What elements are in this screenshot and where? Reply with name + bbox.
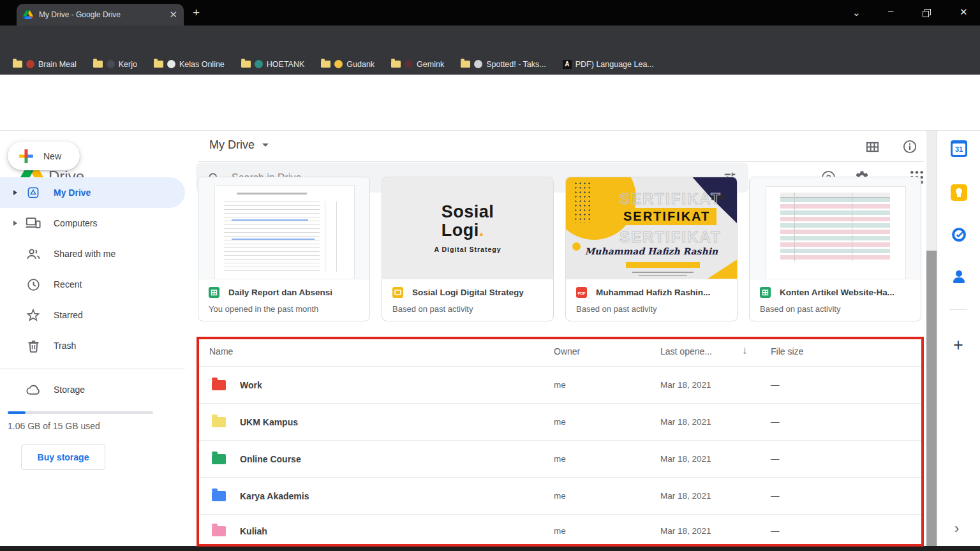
certificate-heading: SERTIFIKAT — [617, 208, 716, 225]
grid-view-toggle-icon[interactable] — [865, 140, 880, 157]
column-header-file-size[interactable]: File size — [771, 346, 803, 356]
recent-clock-icon — [26, 278, 41, 291]
sidebar-item-starred[interactable]: Starred — [0, 300, 185, 330]
page-title-label: My Drive — [209, 138, 255, 152]
card-subtitle: Based on past activity — [392, 304, 473, 314]
card-subtitle: Based on past activity — [760, 304, 840, 314]
sidebar-item-shared-with-me[interactable]: Shared with me — [0, 239, 185, 269]
sidebar-item-trash[interactable]: Trash — [0, 330, 185, 361]
shared-with-me-icon — [26, 248, 41, 260]
google-sheets-icon — [760, 287, 771, 300]
bookmark-label: Brain Meal — [38, 60, 77, 69]
column-header-owner[interactable]: Owner — [554, 346, 580, 356]
sidebar-item-recent[interactable]: Recent — [0, 269, 185, 300]
sidebar-item-label: Starred — [54, 310, 83, 320]
bookmark-label: Gemink — [417, 60, 444, 69]
bookmark-item[interactable]: HOETANK — [241, 60, 305, 69]
sidebar-item-storage[interactable]: Storage — [0, 374, 185, 405]
suggested-file-card[interactable]: Sosial Logi. A Digital Strategy Sosial L… — [382, 177, 554, 321]
sidebar-item-label: My Drive — [54, 187, 91, 198]
window-minimize-button[interactable]: – — [888, 6, 893, 15]
file-owner: me — [554, 491, 566, 501]
info-details-icon[interactable] — [902, 139, 917, 157]
bookmark-folder-icon — [241, 61, 251, 68]
bookmark-folder-icon — [93, 61, 103, 68]
window-restore-button[interactable] — [923, 8, 931, 20]
fish-emoji-icon — [255, 60, 263, 68]
google-tasks-icon[interactable] — [951, 226, 967, 243]
meat-emoji-icon — [26, 60, 34, 68]
card-title: Muhammad Hafizh Rashin... — [596, 288, 710, 297]
column-header-name[interactable]: Name — [209, 346, 233, 356]
file-name: UKM Kampus — [240, 417, 298, 427]
expressionless-face-emoji-icon — [334, 60, 343, 68]
browser-titlebar: My Drive - Google Drive ✕ + ⌄ – ✕ — [0, 0, 980, 26]
bookmark-label: Kerjo — [119, 60, 137, 69]
table-row[interactable]: Karya Akademis me Mar 18, 2021 — — [199, 478, 921, 514]
bookmark-item[interactable]: Spotted! - Taks... — [461, 60, 546, 69]
sidebar-item-my-drive[interactable]: My Drive — [0, 177, 185, 208]
bookmark-folder-icon — [321, 61, 330, 68]
shirt-emoji-icon — [167, 60, 175, 68]
expand-chevron-icon[interactable] — [9, 221, 22, 226]
google-keep-icon[interactable] — [951, 184, 967, 201]
browser-tab[interactable]: My Drive - Google Drive ✕ — [17, 4, 184, 26]
file-owner: me — [554, 380, 566, 390]
file-size: — — [771, 417, 780, 427]
table-row[interactable]: Online Course me Mar 18, 2021 — — [199, 441, 921, 477]
pdf-site-favicon: A — [563, 60, 572, 69]
table-row[interactable]: Work me Mar 18, 2021 — — [199, 367, 921, 403]
tab-close-icon[interactable]: ✕ — [169, 9, 177, 20]
card-subtitle: You opened in the past month — [209, 304, 318, 314]
get-addons-plus-icon[interactable]: + — [953, 335, 963, 355]
bookmark-item[interactable]: Kerjo — [93, 60, 137, 69]
suggested-file-card[interactable]: KMS SERTIFIKAT SERTIFIKAT SERTIFIKAT Muh… — [565, 177, 738, 321]
table-row[interactable]: UKM Kampus me Mar 18, 2021 — — [199, 404, 921, 440]
suggested-file-card[interactable]: Daily Report dan Absensi You opened in t… — [198, 177, 370, 321]
file-size: — — [771, 380, 780, 390]
page-title-my-drive[interactable]: My Drive — [209, 138, 269, 152]
bookmark-item[interactable]: APDF) Language Lea... — [563, 60, 654, 69]
scrollbar-thumb[interactable] — [926, 251, 937, 546]
bookmark-item[interactable]: Kelas Online — [154, 60, 225, 69]
rail-divider — [949, 309, 967, 310]
new-tab-button[interactable]: + — [193, 8, 200, 18]
file-size: — — [771, 526, 780, 536]
folder-icon — [212, 526, 226, 536]
file-thumbnail — [750, 177, 921, 279]
file-name: Online Course — [240, 454, 301, 464]
file-last-opened: Mar 18, 2021 — [660, 454, 711, 464]
bookmark-label: Kelas Online — [179, 60, 225, 69]
google-contacts-icon[interactable] — [951, 268, 967, 285]
bookmark-item[interactable]: Gemink — [391, 60, 444, 69]
robot-emoji-icon — [474, 60, 482, 68]
chevron-down-icon[interactable] — [262, 143, 269, 150]
sidebar-item-label: Shared with me — [54, 249, 115, 259]
table-row[interactable]: Kuliah me Mar 18, 2021 — — [199, 515, 921, 546]
expand-chevron-icon[interactable] — [9, 190, 22, 195]
file-name: Work — [240, 380, 262, 390]
file-name: Kuliah — [240, 526, 267, 536]
google-calendar-icon[interactable] — [951, 140, 967, 157]
sidebar-item-label: Computers — [54, 218, 97, 228]
bookmark-item[interactable]: Brain Meal — [13, 60, 77, 69]
sidebar-item-computers[interactable]: Computers — [0, 208, 185, 239]
computers-icon — [26, 217, 41, 230]
file-last-opened: Mar 18, 2021 — [660, 380, 711, 390]
sort-descending-arrow-icon[interactable]: ↓ — [742, 344, 748, 357]
sidebar-item-label: Trash — [54, 341, 76, 351]
column-header-last-opened[interactable]: Last opene... — [660, 346, 712, 356]
new-button-label: New — [43, 151, 61, 161]
hide-side-panel-chevron-icon[interactable]: › — [954, 520, 959, 537]
bookmark-folder-icon — [461, 61, 470, 68]
sidebar-divider — [0, 369, 185, 369]
suggested-file-card[interactable]: Konten Artikel Website-Ha... Based on pa… — [749, 177, 921, 321]
card-title: Konten Artikel Website-Ha... — [780, 288, 895, 297]
bookmark-item[interactable]: Gudank — [321, 60, 375, 69]
window-menu-chevron-icon[interactable]: ⌄ — [852, 8, 861, 17]
buy-storage-button[interactable]: Buy storage — [21, 444, 105, 470]
svg-text:PDF: PDF — [578, 291, 586, 295]
trash-icon — [26, 339, 41, 353]
new-button[interactable]: New — [8, 142, 80, 170]
window-close-button[interactable]: ✕ — [960, 7, 968, 17]
